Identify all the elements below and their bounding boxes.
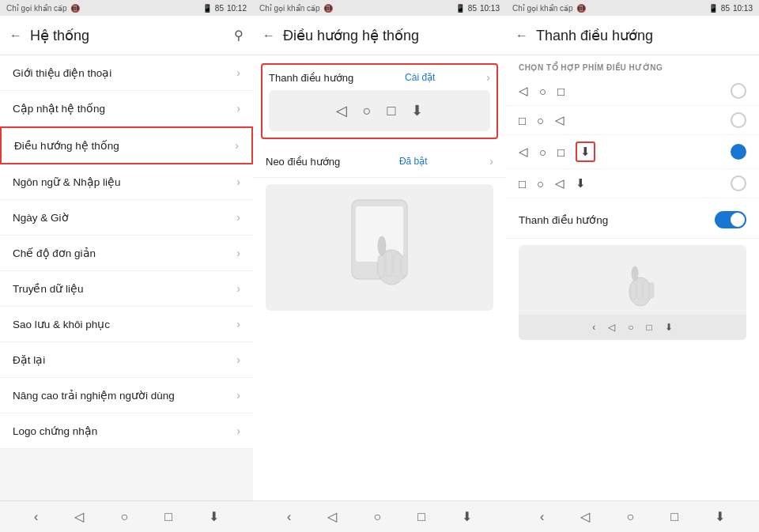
svg-rect-5 <box>394 253 400 277</box>
navbar-section-box: Thanh điều hướng Cài đặt › ◁ ○ □ ⬇ <box>261 63 498 139</box>
preview-nav-left: ◁ <box>608 322 615 333</box>
nav-down-1[interactable]: ⬇ <box>209 509 219 524</box>
menu-item-10[interactable]: Logo chứng nhận › <box>0 413 253 449</box>
phone-icon-1: 📵 <box>70 4 80 13</box>
nav-back-3[interactable]: ‹ <box>540 510 544 524</box>
navbar-action-label[interactable]: Cài đặt <box>405 72 435 83</box>
menu-item-4[interactable]: Ngày & Giờ › <box>0 200 253 236</box>
panel-1-header: ← Hệ thống ⚲ <box>0 16 253 55</box>
menu-item-8[interactable]: Đặt lại › <box>0 342 253 378</box>
status-bar-2: Chỉ gọi khẩn cấp 📵 📱 85 10:13 <box>253 0 506 16</box>
combo-icon-3-1: ○ <box>537 177 544 191</box>
combo-icon-1-1: ○ <box>537 114 544 127</box>
panel-3-header: ← Thanh điều hướng <box>506 16 759 55</box>
menu-label-2: Điều hướng hệ thống <box>14 139 119 152</box>
combo-icon-0-2: □ <box>557 85 565 98</box>
status-call-text-2: Chỉ gọi khẩn cấp <box>259 4 320 13</box>
search-icon-1[interactable]: ⚲ <box>234 28 244 43</box>
combo-icons-2: ◁ ○ □ ⬇ <box>519 141 731 162</box>
nav-square-3[interactable]: □ <box>670 510 678 524</box>
svg-rect-11 <box>644 281 648 300</box>
bottom-nav-3: ‹ ◁ ○ □ ⬇ <box>506 500 759 532</box>
preview-nav-back: ‹ <box>592 322 595 333</box>
screen-icon-2: 📱 <box>455 4 465 13</box>
menu-item-1[interactable]: Cập nhật hệ thống › <box>0 91 253 126</box>
nav-back-1[interactable]: ‹ <box>34 510 38 524</box>
panel-2-title: Điều hướng hệ thống <box>283 27 497 44</box>
back-button-1[interactable]: ← <box>9 28 22 43</box>
navbar-section-title: Thanh điều hướng <box>269 72 353 84</box>
radio-3[interactable] <box>731 175 746 191</box>
toggle-label: Thanh điều hướng <box>519 213 608 226</box>
phone-icon-2: 📵 <box>323 4 333 13</box>
menu-item-2[interactable]: Điều hướng hệ thống › <box>0 126 253 164</box>
panel-2-content: Thanh điều hướng Cài đặt › ◁ ○ □ ⬇ Neo đ… <box>253 55 506 500</box>
radio-0[interactable] <box>731 83 746 99</box>
preview-back: ◁ <box>336 102 347 119</box>
nav-home-1[interactable]: ○ <box>120 510 128 524</box>
gesture-section-title: Neo điều hướng <box>266 156 340 168</box>
menu-item-9[interactable]: Nâng cao trải nghiệm người dùng › <box>0 378 253 413</box>
nav-down-3[interactable]: ⬇ <box>715 509 725 524</box>
menu-label-10: Logo chứng nhận <box>13 424 97 437</box>
menu-label-8: Đặt lại <box>13 353 45 366</box>
chevron-2: › <box>235 139 239 152</box>
menu-label-9: Nâng cao trải nghiệm người dùng <box>13 389 175 402</box>
combo-icon-3-2: ◁ <box>555 176 565 191</box>
menu-item-3[interactable]: Ngôn ngữ & Nhập liệu › <box>0 164 253 200</box>
toggle-row: Thanh điều hướng <box>506 202 759 239</box>
nav-square-2[interactable]: □ <box>417 510 425 524</box>
nav-left-1[interactable]: ◁ <box>74 509 84 524</box>
panel-3: Chỉ gọi khẩn cấp 📵 📱 85 10:13 ← Thanh đi… <box>506 0 759 532</box>
menu-item-0[interactable]: Giới thiệu điện thoại › <box>0 55 253 91</box>
menu-label-6: Truyền dữ liệu <box>13 282 84 295</box>
chevron-5: › <box>236 247 240 259</box>
preview-nav-square: □ <box>647 322 652 333</box>
preview-square: □ <box>387 103 396 119</box>
combo-icon-2-0: ◁ <box>519 145 528 159</box>
combo-icon-2-2: □ <box>557 145 565 159</box>
combo-row-3[interactable]: □ ○ ◁ ⬇ <box>506 169 759 198</box>
preview-nav-home: ○ <box>628 322 633 333</box>
chevron-4: › <box>236 211 240 224</box>
combo-row-2[interactable]: ◁ ○ □ ⬇ <box>506 135 759 169</box>
combo-row-0[interactable]: ◁ ○ □ <box>506 77 759 106</box>
battery-3: 85 <box>721 4 730 13</box>
menu-label-0: Giới thiệu điện thoại <box>13 66 111 79</box>
navbar-chevron: › <box>486 71 490 84</box>
combo-section-title: CHỌN TỔ HỢP PHÍM ĐIỀU HƯỚNG <box>506 55 759 77</box>
navbar-section-row: Thanh điều hướng Cài đặt › <box>269 71 490 90</box>
panel-2-header: ← Điều hướng hệ thống <box>253 16 506 55</box>
nav-home-2[interactable]: ○ <box>373 510 381 524</box>
back-button-2[interactable]: ← <box>262 28 275 43</box>
combo-icon-1-0: □ <box>519 114 526 127</box>
back-button-3[interactable]: ← <box>515 28 528 43</box>
status-right-2: 📱 85 10:13 <box>455 4 500 13</box>
preview-down: ⬇ <box>411 102 423 119</box>
gesture-section-row[interactable]: Neo điều hướng Đã bật › <box>253 145 506 178</box>
toggle-switch[interactable] <box>715 211 746 228</box>
combo-row-1[interactable]: □ ○ ◁ <box>506 106 759 135</box>
menu-item-5[interactable]: Chế độ đơn giản › <box>0 236 253 271</box>
menu-item-7[interactable]: Sao lưu & khôi phục › <box>0 307 253 342</box>
nav-home-3[interactable]: ○ <box>626 510 634 524</box>
menu-label-7: Sao lưu & khôi phục <box>13 318 110 330</box>
menu-label-5: Chế độ đơn giản <box>13 247 96 259</box>
radio-1[interactable] <box>731 112 746 128</box>
menu-item-6[interactable]: Truyền dữ liệu › <box>0 271 253 307</box>
time-1: 10:12 <box>227 4 247 13</box>
nav-square-1[interactable]: □ <box>164 510 172 524</box>
battery-2: 85 <box>468 4 477 13</box>
combo-icon-2-3: ⬇ <box>576 141 595 162</box>
nav-down-2[interactable]: ⬇ <box>462 509 472 524</box>
nav-left-3[interactable]: ◁ <box>580 509 590 524</box>
menu-label-4: Ngày & Giờ <box>13 211 69 224</box>
status-left-2: Chỉ gọi khẩn cấp 📵 <box>259 4 333 13</box>
combo-icon-1-2: ◁ <box>555 113 565 127</box>
nav-back-2[interactable]: ‹ <box>287 510 291 524</box>
status-bar-3: Chỉ gọi khẩn cấp 📵 📱 85 10:13 <box>506 0 759 16</box>
combo-icons-3: □ ○ ◁ ⬇ <box>519 176 731 191</box>
radio-2[interactable] <box>731 144 746 160</box>
nav-left-2[interactable]: ◁ <box>327 509 337 524</box>
chevron-9: › <box>236 389 240 402</box>
